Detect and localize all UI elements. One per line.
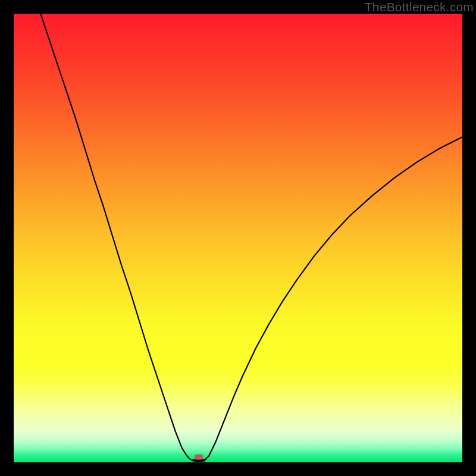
gradient-background [14,14,462,462]
optimal-point-marker [195,454,203,459]
bottleneck-chart [14,14,462,462]
watermark-text: TheBottleneck.com [365,0,474,14]
chart-frame [14,14,462,462]
curve-valley-floor [193,461,205,461]
